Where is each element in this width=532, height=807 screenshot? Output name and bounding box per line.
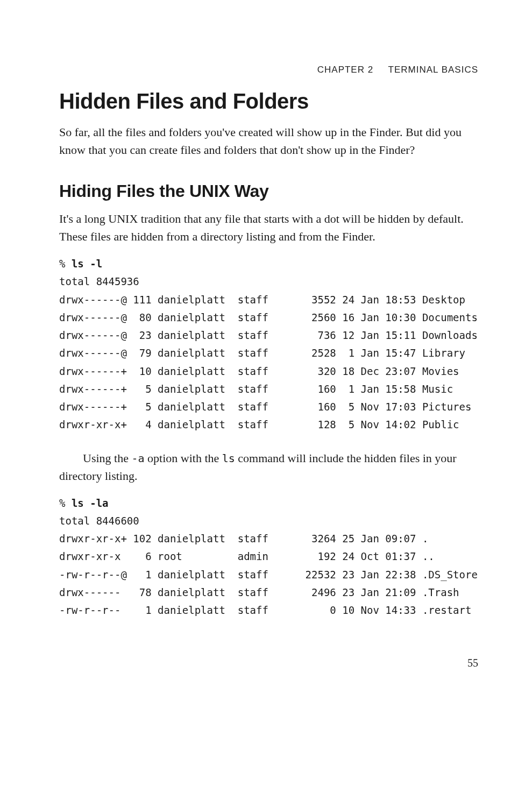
page-number: 55 — [59, 657, 478, 669]
body-paragraph: So far, all the files and folders you've… — [59, 123, 478, 159]
inline-code: ls — [222, 452, 235, 465]
shell-command: ls -l — [72, 258, 102, 270]
terminal-output-line: -rw-r--r-- 1 danielplatt staff 0 10 Nov … — [59, 604, 471, 616]
terminal-output-line: drwx------@ 111 danielplatt staff 3552 2… — [59, 294, 465, 306]
body-paragraph: Using the -a option with the ls command … — [59, 449, 478, 485]
terminal-block-2: % ls -la total 8446600 drwxr-xr-x+ 102 d… — [59, 494, 478, 620]
running-header: CHAPTER 2 TERMINAL BASICS — [59, 65, 478, 75]
book-page: CHAPTER 2 TERMINAL BASICS Hidden Files a… — [0, 0, 532, 807]
chapter-label: CHAPTER 2 — [317, 65, 373, 75]
terminal-output-line: drwxr-xr-x 6 root admin 192 24 Oct 01:37… — [59, 550, 435, 562]
subsection-heading: Hiding Files the UNIX Way — [59, 181, 478, 201]
shell-prompt: % — [59, 258, 72, 270]
body-paragraph: It's a long UNIX tradition that any file… — [59, 210, 478, 245]
terminal-output-line: drwx------+ 10 danielplatt staff 320 18 … — [59, 365, 459, 377]
shell-prompt: % — [59, 497, 72, 509]
text-run: Using the — [83, 451, 131, 465]
terminal-output-line: drwx------@ 23 danielplatt staff 736 12 … — [59, 329, 478, 341]
terminal-output-line: total 8445936 — [59, 275, 139, 287]
terminal-output-line: -rw-r--r--@ 1 danielplatt staff 22532 23… — [59, 569, 478, 581]
terminal-output-line: drwx------ 78 danielplatt staff 2496 23 … — [59, 586, 459, 598]
terminal-block-1: % ls -l total 8445936 drwx------@ 111 da… — [59, 255, 478, 434]
chapter-title: TERMINAL BASICS — [388, 65, 478, 75]
terminal-output-line: drwx------@ 79 danielplatt staff 2528 1 … — [59, 347, 465, 359]
text-run: option with the — [145, 451, 222, 465]
terminal-output-line: drwx------+ 5 danielplatt staff 160 1 Ja… — [59, 383, 453, 395]
terminal-output-line: drwx------+ 5 danielplatt staff 160 5 No… — [59, 401, 471, 413]
terminal-output-line: total 8446600 — [59, 515, 139, 527]
inline-code: -a — [131, 452, 144, 465]
terminal-output-line: drwx------@ 80 danielplatt staff 2560 16… — [59, 312, 478, 323]
terminal-output-line: drwxr-xr-x+ 102 danielplatt staff 3264 2… — [59, 533, 428, 544]
shell-command: ls -la — [72, 497, 109, 509]
section-heading: Hidden Files and Folders — [59, 89, 478, 114]
terminal-output-line: drwxr-xr-x+ 4 danielplatt staff 128 5 No… — [59, 419, 459, 430]
